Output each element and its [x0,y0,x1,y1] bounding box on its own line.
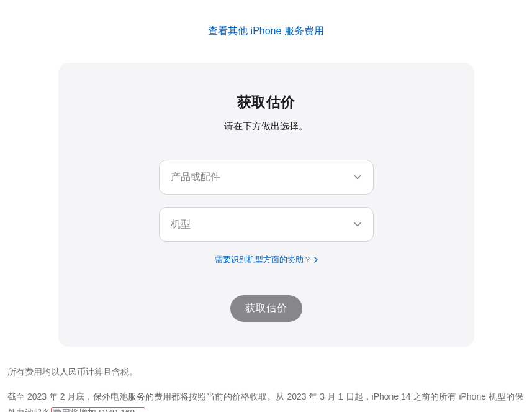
card-subtitle: 请在下方做出选择。 [83,121,449,132]
footer-price-notice: 截至 2023 年 2 月底，保外电池服务的费用都将按照当前的价格收取。从 20… [7,389,525,412]
card-title: 获取估价 [83,93,449,112]
estimate-card: 获取估价 请在下方做出选择。 产品或配件 机型 需要识别机型方面的协助？ 获取估… [58,63,474,347]
footer-text: 所有费用均以人民币计算且含税。 截至 2023 年 2 月底，保外电池服务的费用… [6,364,526,412]
chevron-down-icon [353,173,362,181]
model-help-link[interactable]: 需要识别机型方面的协助？ [215,254,312,265]
get-estimate-button[interactable]: 获取估价 [230,295,302,322]
model-select-placeholder: 机型 [171,218,191,231]
other-services-link[interactable]: 查看其他 iPhone 服务费用 [208,25,324,36]
product-select-placeholder: 产品或配件 [171,171,220,184]
product-select[interactable]: 产品或配件 [159,160,374,195]
chevron-down-icon [353,220,362,229]
price-highlight: 费用将增加 RMB 169。 [51,407,145,412]
footer-tax-note: 所有费用均以人民币计算且含税。 [7,364,525,380]
model-select[interactable]: 机型 [159,207,374,242]
chevron-right-icon [314,257,318,263]
